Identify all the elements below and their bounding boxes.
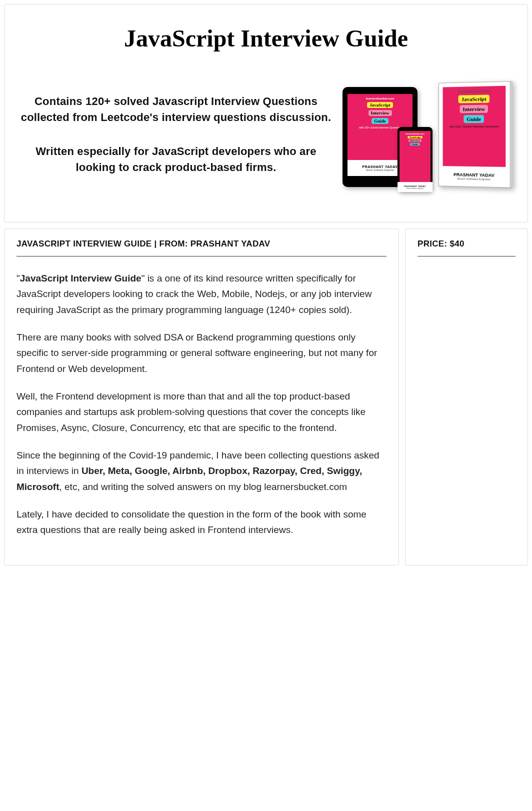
price-panel: PRICE: $40: [405, 228, 528, 566]
tablet-author-name: PRASHANT YADAV: [362, 165, 398, 168]
description-body: "JavaScript Interview Guide" is a one of…: [16, 270, 386, 538]
price-label: PRICE: $40: [418, 239, 516, 256]
tablet-subtitle: with 120+ Solved Interview Questions: [359, 126, 401, 129]
hero-line-2: Written especially for JavaScript develo…: [20, 144, 332, 176]
description-p5: Lately, I have decided to consolidate th…: [16, 506, 386, 538]
hero-body: Contains 120+ solved Javascript Intervie…: [20, 72, 512, 197]
book-author-bar: PRASHANT YADAV Senior Software Engineer: [443, 166, 506, 187]
hero-line-1: Contains 120+ solved Javascript Intervie…: [20, 94, 332, 126]
book-author-role: Senior Software Engineer: [457, 177, 491, 180]
description-p2: There are many books with solved DSA or …: [16, 330, 386, 376]
tablet-word-2: Interview: [368, 110, 392, 116]
phone-brand: learnersbucket.com: [406, 132, 424, 135]
columns: JAVASCRIPT INTERVIEW GUIDE | FROM: PRASH…: [4, 228, 528, 566]
phone-author-bar: PRASHANT YADAV Senior Software Engineer: [398, 182, 432, 192]
phone-word-3: Guide: [410, 143, 420, 146]
phone-word-2: Interview: [408, 140, 422, 142]
description-p4: Since the beginning of the Covid-19 pand…: [16, 448, 386, 494]
hero-text: Contains 120+ solved Javascript Intervie…: [20, 94, 332, 176]
book-word-1: JavaScript: [458, 94, 490, 103]
book-mockup: learnersbucket.com JavaScript Interview …: [438, 81, 513, 188]
book-brand: learnersbucket.com: [458, 89, 490, 93]
description-heading: JAVASCRIPT INTERVIEW GUIDE | FROM: PRASH…: [16, 239, 386, 256]
book-word-3: Guide: [464, 115, 484, 123]
book-word-2: Interview: [460, 105, 488, 114]
phone-mockup: learnersbucket.com JavaScript Interview …: [398, 127, 432, 192]
tablet-author-role: Senior Software Engineer: [366, 168, 394, 172]
description-p3: Well, the Frontend development is more t…: [16, 388, 386, 436]
description-p1: "JavaScript Interview Guide" is a one of…: [16, 270, 386, 318]
page-title: JavaScript Interview Guide: [20, 24, 512, 52]
phone-author-role: Senior Software Engineer: [406, 188, 424, 190]
hero-card: JavaScript Interview Guide Contains 120+…: [4, 4, 528, 222]
book-subtitle: with 120+ Solved Interview Questions: [450, 125, 499, 128]
phone-word-1: JavaScript: [408, 136, 422, 138]
tablet-word-1: JavaScript: [367, 102, 393, 108]
tablet-word-3: Guide: [372, 118, 388, 124]
description-panel: JAVASCRIPT INTERVIEW GUIDE | FROM: PRASH…: [4, 228, 399, 566]
product-mockup: learnersbucket.com JavaScript Interview …: [342, 72, 512, 197]
tablet-brand: learnersbucket.com: [366, 97, 394, 100]
